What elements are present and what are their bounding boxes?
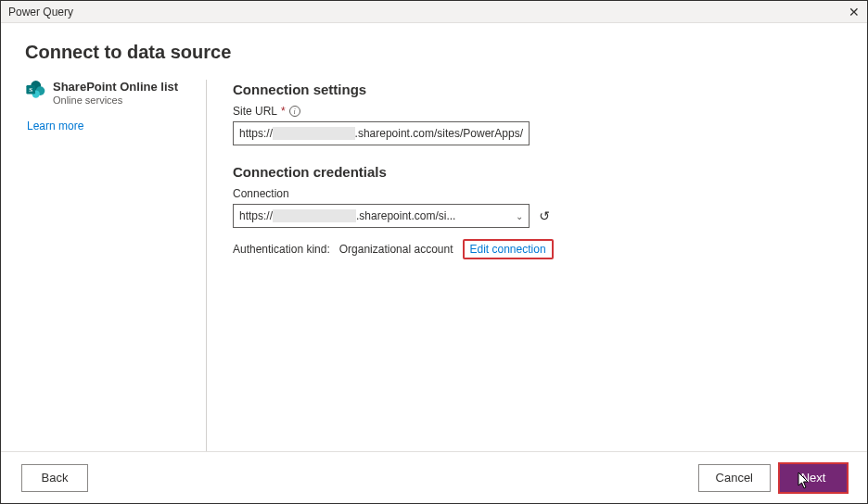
connection-credentials-heading: Connection credentials [233,164,843,180]
auth-kind-label: Authentication kind: [233,243,330,256]
edit-connection-link[interactable]: Edit connection [463,239,554,259]
columns: S SharePoint Online list Online services… [25,80,843,451]
connection-label: Connection [233,187,843,200]
footer: Back Cancel Next [1,451,867,503]
site-url-prefix: https:// [239,127,273,140]
svg-text:S: S [29,86,32,93]
auth-row: Authentication kind: Organizational acco… [233,239,843,259]
source-name: SharePoint Online list [53,80,178,94]
page-title: Connect to data source [25,42,843,63]
source-row: S SharePoint Online list Online services [25,80,191,107]
learn-more-link[interactable]: Learn more [27,120,191,132]
close-icon[interactable]: ✕ [849,6,860,19]
source-text: SharePoint Online list Online services [53,80,178,107]
site-url-label: Site URL [233,105,277,118]
connection-settings-heading: Connection settings [233,82,843,97]
connection-redacted [273,209,356,222]
next-button[interactable]: Next [780,464,847,492]
settings-panel: Connection settings Site URL * i https:/… [207,80,843,451]
window-title: Power Query [8,6,73,19]
chevron-down-icon: ⌄ [516,211,523,221]
content-area: Connect to data source S SharePoint Onli… [1,23,867,451]
source-panel: S SharePoint Online list Online services… [25,80,207,451]
title-bar: Power Query ✕ [1,1,867,23]
connection-value-prefix: https:// [239,209,273,222]
site-url-label-row: Site URL * i [233,105,843,118]
connection-row: https:// .sharepoint.com/si... ⌄ ↻ [233,204,843,228]
info-icon[interactable]: i [289,106,300,117]
refresh-icon[interactable]: ↻ [539,208,550,223]
required-asterisk: * [281,105,286,118]
connection-select[interactable]: https:// .sharepoint.com/si... ⌄ [233,204,530,228]
cancel-button[interactable]: Cancel [698,464,771,492]
source-category: Online services [53,94,178,107]
back-button[interactable]: Back [21,464,88,492]
sharepoint-icon: S [25,80,45,98]
site-url-redacted [273,127,355,140]
connection-value-suffix: .sharepoint.com/si... [356,209,455,222]
site-url-suffix: .sharepoint.com/sites/PowerApps/ [355,127,523,140]
auth-kind-value: Organizational account [339,243,453,256]
site-url-input[interactable]: https:// .sharepoint.com/sites/PowerApps… [233,121,530,145]
